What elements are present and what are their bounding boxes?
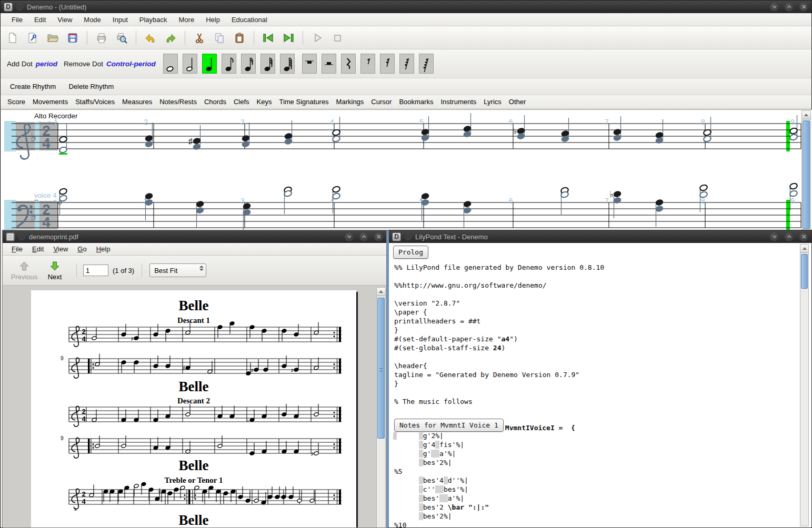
pdf-menu-item[interactable]: Help — [92, 244, 115, 254]
pdf-shade-button[interactable] — [345, 232, 354, 241]
save-button[interactable] — [64, 29, 82, 47]
eighth-rest-button[interactable] — [360, 54, 375, 74]
note-chord[interactable] — [243, 202, 251, 230]
note-chord[interactable] — [463, 113, 472, 138]
maximize-button[interactable] — [785, 3, 794, 12]
note-chord[interactable] — [145, 192, 153, 220]
lilypond-shade-button[interactable] — [770, 232, 779, 241]
score-canvas[interactable]: Alto Recorder alto 1 voice 4 Bassobo 123… — [1, 110, 812, 231]
add-dot-label[interactable]: Add Dot — [7, 60, 33, 68]
cut-button[interactable] — [191, 29, 208, 47]
lilypond-maximize-button[interactable] — [785, 232, 794, 241]
sixteenth-rest-button[interactable] — [380, 54, 395, 74]
menu-item[interactable]: Input — [107, 14, 134, 25]
shade-button[interactable] — [770, 3, 779, 12]
undo-button[interactable] — [142, 29, 159, 47]
scroll-up-button[interactable] — [802, 111, 810, 119]
note-chord[interactable] — [242, 123, 250, 148]
command-menu-item[interactable]: Time Signatures — [275, 97, 332, 107]
scroll-thumb[interactable] — [803, 120, 810, 229]
command-menu-item[interactable]: Measures — [118, 97, 156, 107]
menu-item[interactable]: Edit — [28, 14, 52, 25]
note-chord[interactable] — [655, 119, 664, 144]
thirtysecond-rest-button[interactable] — [399, 54, 414, 74]
new-button[interactable] — [4, 29, 22, 47]
rhythm-command[interactable]: Delete Rhythm — [65, 81, 117, 92]
duration-eighth-note-button[interactable] — [222, 54, 236, 74]
pdf-close-button[interactable] — [374, 232, 383, 241]
go-last-button[interactable] — [279, 29, 297, 47]
half-rest-button[interactable] — [322, 54, 336, 74]
note-chord[interactable] — [59, 124, 67, 155]
zoom-mode-select[interactable]: Best Fit — [149, 263, 206, 277]
prolog-button[interactable]: Prolog — [393, 246, 428, 259]
menu-item[interactable]: Educational — [226, 14, 273, 25]
command-menu-item[interactable]: Other — [505, 97, 530, 107]
note-chord[interactable] — [284, 186, 292, 214]
note-chord[interactable] — [560, 187, 569, 215]
duration-sixtyfourth-note-button[interactable] — [280, 54, 295, 74]
note-chord[interactable] — [196, 200, 204, 228]
open-button[interactable] — [44, 29, 62, 47]
pdf-maximize-button[interactable] — [359, 232, 368, 241]
next-page-button[interactable]: Next — [39, 260, 70, 281]
menu-item[interactable]: More — [173, 14, 201, 25]
note-chord[interactable] — [284, 120, 293, 145]
menu-item[interactable]: View — [52, 14, 78, 25]
print-preview-button[interactable] — [113, 29, 131, 47]
duration-quarter-note-button[interactable] — [202, 54, 217, 74]
command-menu-item[interactable]: Staffs/Voices — [72, 97, 118, 107]
menu-item[interactable]: Mode — [78, 14, 107, 25]
copy-button[interactable] — [210, 29, 228, 47]
lilypond-vertical-scrollbar[interactable] — [800, 244, 809, 526]
command-menu-item[interactable]: Bookmarks — [395, 97, 437, 107]
command-menu-item[interactable]: Markings — [333, 97, 368, 107]
note-chord[interactable] — [145, 123, 153, 148]
lilypond-close-button[interactable] — [799, 232, 808, 241]
command-menu-item[interactable]: Clefs — [230, 97, 253, 107]
duration-whole-note-button[interactable] — [163, 54, 178, 74]
pdf-scroll-thumb[interactable] — [377, 298, 385, 439]
menu-item[interactable]: Playback — [134, 14, 173, 25]
duration-thirtysecond-note-button[interactable] — [260, 54, 275, 74]
note-chord[interactable] — [421, 192, 429, 220]
note-chord[interactable]: ♯ — [188, 125, 201, 150]
pdf-window-menu-icon[interactable] — [18, 233, 25, 240]
lilypond-window-menu-icon[interactable] — [405, 233, 412, 240]
pdf-menu-item[interactable]: Edit — [27, 244, 48, 254]
templates-button[interactable] — [24, 29, 42, 47]
note-chord[interactable] — [655, 199, 664, 227]
window-menu-icon[interactable] — [16, 4, 23, 11]
page-number-input[interactable] — [83, 265, 108, 276]
lilypond-scroll-thumb[interactable] — [801, 254, 808, 289]
rhythm-command[interactable]: Create Rhythm — [7, 81, 59, 92]
pdf-menu-item[interactable]: View — [48, 244, 73, 254]
command-menu-item[interactable]: Score — [4, 97, 29, 107]
command-menu-item[interactable]: Cursor — [367, 97, 395, 107]
notes-for-voice-button[interactable]: Notes for MvmntI Voice 1 — [394, 419, 504, 432]
pdf-menu-item[interactable]: File — [7, 244, 27, 254]
score-vertical-scrollbar[interactable] — [801, 110, 811, 230]
sixtyfourth-rest-button[interactable] — [419, 54, 434, 74]
command-menu-item[interactable]: Instruments — [437, 97, 480, 107]
command-menu-item[interactable]: Notes/Rests — [156, 97, 201, 107]
lilypond-scroll-up-button[interactable] — [800, 245, 808, 253]
close-button[interactable] — [799, 3, 808, 12]
remove-dot-label[interactable]: Remove Dot — [64, 60, 103, 68]
print-button[interactable] — [93, 29, 111, 47]
note-chord[interactable] — [613, 116, 621, 141]
pdf-vertical-scrollbar[interactable] — [376, 287, 386, 527]
play-button[interactable] — [308, 29, 326, 47]
lilypond-editor[interactable]: Prolog %% LilyPond file generated by Den… — [389, 243, 811, 527]
paste-button[interactable] — [230, 29, 248, 47]
quarter-rest-button[interactable] — [341, 54, 356, 74]
pdf-scroll-up-button[interactable] — [377, 288, 385, 296]
previous-page-button[interactable]: Previous — [9, 260, 39, 281]
command-menu-item[interactable]: Keys — [253, 97, 276, 107]
menu-item[interactable]: Help — [200, 14, 226, 25]
command-menu-item[interactable]: Lyrics — [480, 97, 505, 107]
redo-button[interactable] — [162, 29, 179, 47]
whole-rest-button[interactable] — [302, 54, 317, 74]
command-menu-item[interactable]: Movements — [29, 97, 72, 107]
duration-sixteenth-note-button[interactable] — [241, 54, 256, 74]
